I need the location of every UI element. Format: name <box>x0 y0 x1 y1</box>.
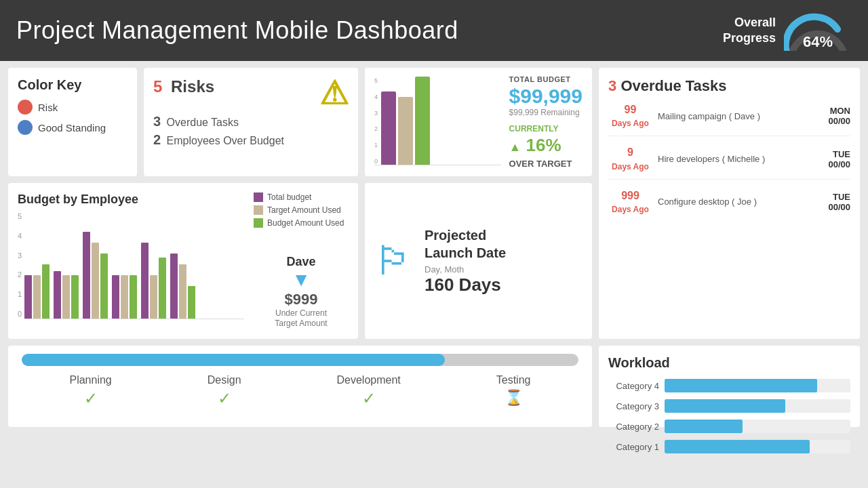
workload-bar-fill-1 <box>665 440 810 453</box>
overall-progress-label: OverallProgress <box>723 15 776 47</box>
legend: Total budget Target Amount Used Budget A… <box>254 192 349 228</box>
workload-label-1: Category 1 <box>608 442 659 452</box>
bar-group-3 <box>83 232 108 319</box>
risks-title: 5 Risks <box>153 77 214 96</box>
legend-label: Target Amount Used <box>267 205 341 215</box>
overdue-row-1: 99Days Ago Mailing campaign ( Dave ) MON… <box>608 103 850 136</box>
risk-key-item: Risk <box>18 100 127 115</box>
header: Project Management Mobile Dashboard Over… <box>0 0 868 61</box>
phase-check-design: ✓ <box>208 389 241 408</box>
bar <box>42 264 50 319</box>
bar-group-5 <box>141 243 166 319</box>
bar <box>188 286 195 319</box>
over-budget-count: 2 <box>153 132 161 147</box>
chart-wrapper: 0 1 2 3 4 5 <box>18 211 244 319</box>
bar <box>54 271 61 319</box>
overdue-task-1: Mailing campaign ( Dave ) <box>658 111 823 121</box>
risk-dot <box>18 100 33 115</box>
legend-item-3: Budget Amount Used <box>254 218 349 228</box>
launch-date-card: 🏳 ProjectedLaunch Date Day, Moth 160 Day… <box>365 183 592 339</box>
color-key-title: Color Key <box>18 77 127 93</box>
workload-bar-fill-4 <box>665 379 817 392</box>
over-target-label: OVER TARGET <box>509 159 583 169</box>
workload-row-4: Category 4 <box>608 379 850 392</box>
bar <box>112 275 119 319</box>
launch-text: ProjectedLaunch Date Day, Moth 160 Days <box>425 226 506 296</box>
bar <box>100 253 108 319</box>
overdue-date-2: TUE 00/00 <box>828 149 850 169</box>
legend-swatch <box>254 192 263 202</box>
phase-hourglass-testing: ⌛ <box>496 389 531 407</box>
bar <box>71 275 79 319</box>
legend-label: Total budget <box>267 192 311 202</box>
workload-bar-track-1 <box>665 440 850 453</box>
phase-name-development: Development <box>337 374 401 386</box>
dave-arrow: ▼ <box>254 269 349 291</box>
overdue-task-2: Hire developers ( Michelle ) <box>658 154 823 164</box>
dave-sub: Under CurrentTarget Amount <box>254 308 349 329</box>
workload-title: Workload <box>608 355 850 371</box>
date-val-2: 00/00 <box>828 159 850 169</box>
overdue-row-2: 9Days Ago Hire developers ( Michelle ) T… <box>608 146 850 179</box>
phases-card: Planning ✓ Design ✓ Development ✓ Testin… <box>8 346 592 427</box>
workload-label-2: Category 2 <box>608 422 659 432</box>
risks-label: Risks <box>171 77 214 96</box>
gauge-value: 64% <box>784 33 852 51</box>
budget-numbers-inner: 5 4 3 2 1 0 TOTAL BUDGET <box>374 77 583 167</box>
overdue-days-2: 9Days Ago <box>608 146 652 171</box>
warning-icon: ⚠ <box>319 77 349 110</box>
phase-name-planning: Planning <box>69 374 111 386</box>
budget-right-numbers: TOTAL BUDGET $99,999 $99,999 Remaining C… <box>509 77 583 167</box>
overdue-days-1: 99Days Ago <box>608 103 652 129</box>
overdue-date-3: TUE 00/00 <box>828 192 850 212</box>
overdue-label: Overdue Tasks <box>167 117 239 128</box>
budget-amount: $99,999 <box>509 85 583 108</box>
bar <box>24 275 32 319</box>
phase-name-testing: Testing <box>496 374 531 386</box>
overdue-num: 3 <box>608 77 616 94</box>
over-budget-label: Employees Over Budget <box>167 135 284 146</box>
mini-bars: 5 4 3 2 1 0 <box>374 77 501 165</box>
bar-group-4 <box>112 275 137 319</box>
budget-chart-card: Budget by Employee 0 1 2 3 4 5 <box>8 183 358 339</box>
risks-count: 5 <box>153 77 162 96</box>
app-title: Project Management Mobile Dashboard <box>16 16 458 45</box>
budget-remaining: $99,999 Remaining <box>509 108 583 117</box>
mini-bar-3 <box>415 77 430 165</box>
launch-title: ProjectedLaunch Date <box>425 226 506 262</box>
mini-y-axis: 5 4 3 2 1 0 <box>374 77 378 165</box>
dave-section: Dave ▼ $999 Under CurrentTarget Amount <box>254 255 349 329</box>
launch-days: 160 Days <box>425 274 506 296</box>
workload-label-4: Category 4 <box>608 381 659 391</box>
legend-swatch <box>254 205 263 215</box>
workload-bar-track-3 <box>665 399 850 413</box>
risks-card: 5 Risks ⚠ 3 Overdue Tasks 2 Employees Ov… <box>144 68 358 176</box>
overdue-title: 3 Overdue Tasks <box>608 77 850 95</box>
mini-bar-2 <box>398 97 413 165</box>
phase-testing: Testing ⌛ <box>496 374 531 408</box>
bar <box>141 243 149 319</box>
color-key-card: Color Key Risk Good Standing <box>8 68 137 176</box>
currently-label: CURRENTLY <box>509 124 583 134</box>
overdue-title-text: Overdue Tasks <box>620 77 726 94</box>
date-val-1: 00/00 <box>828 116 850 126</box>
bar <box>170 253 178 319</box>
dave-name: Dave <box>254 255 349 269</box>
workload-label-3: Category 3 <box>608 401 659 411</box>
bar-group-1 <box>24 264 50 319</box>
launch-inner: 🏳 ProjectedLaunch Date Day, Moth 160 Day… <box>374 192 583 329</box>
bar-group-6 <box>170 253 195 319</box>
workload-row-3: Category 3 <box>608 399 850 413</box>
phase-name-design: Design <box>208 374 241 386</box>
pct-value: 16% <box>526 135 561 155</box>
overdue-task-3: Configure desktop ( Joe ) <box>658 197 823 207</box>
overdue-tasks-row: 3 Overdue Tasks <box>153 114 349 129</box>
overdue-count: 3 <box>153 114 161 129</box>
legend-label: Budget Amount Used <box>267 218 344 228</box>
risk-label: Risk <box>38 102 58 113</box>
bar <box>150 275 157 319</box>
bar-group-2 <box>54 271 79 319</box>
bar <box>33 275 41 319</box>
phase-check-development: ✓ <box>337 389 401 408</box>
bar <box>179 264 186 319</box>
